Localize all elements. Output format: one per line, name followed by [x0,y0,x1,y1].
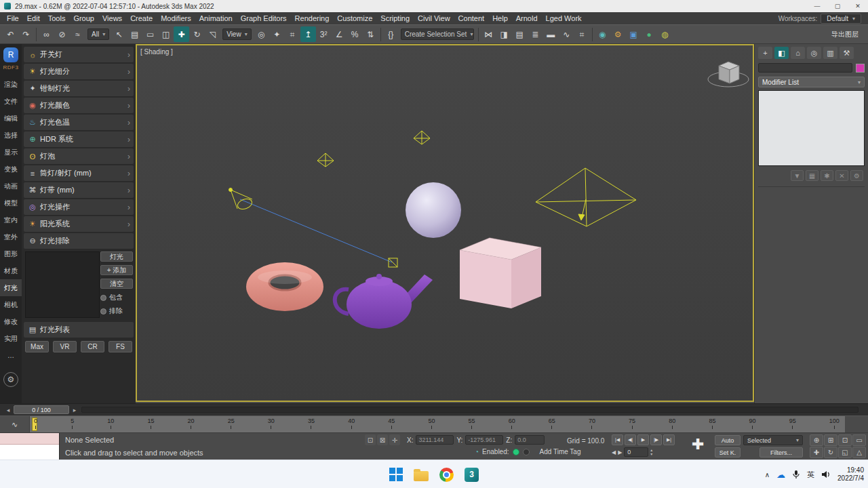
volume-icon[interactable] [821,470,831,479]
sidebar-item-exterior[interactable]: 室外 [0,228,22,245]
align-icon[interactable]: ◨ [496,26,512,42]
curve-editor-icon[interactable]: ∿ [559,26,574,42]
sidebar-item-more[interactable]: … [0,347,22,364]
sidebar-item-model[interactable]: 模型 [0,195,22,211]
menu-item[interactable]: Civil View [414,12,454,24]
sidebar-item-file[interactable]: 文件 [0,93,22,110]
redo-icon[interactable]: ↷ [18,26,34,42]
render-setup-icon[interactable]: ⚙ [610,26,626,42]
sidebar-item-camera[interactable]: 相机 [0,296,22,313]
previous-frame-button[interactable]: ◀| [625,434,636,445]
tab-create[interactable]: + [758,47,772,59]
tab-utilities[interactable]: ⚒ [840,47,854,59]
track-bar[interactable]: ∿ 05101520253035404550556065707580859095… [0,415,868,432]
sidebar-item-render[interactable]: 渲染 [0,76,22,93]
menu-item[interactable]: Views [98,12,126,24]
show-end-result-icon[interactable]: ▦ [806,170,818,181]
tab-modify[interactable]: ◧ [774,47,789,59]
sphere-object[interactable] [406,182,461,238]
maxscript-mini-listener[interactable] [0,433,60,460]
window-crossing-icon[interactable]: ◫ [158,26,174,42]
menu-item[interactable]: Rendering [291,12,334,24]
row-light-subdiv[interactable]: ☀ 灯光细分 › [24,64,134,79]
chrome-icon[interactable] [439,468,454,482]
select-and-scale-icon[interactable]: ◹ [205,26,220,42]
remove-modifier-icon[interactable]: ✕ [835,170,848,181]
render-production-icon[interactable]: ● [642,26,657,42]
exclude-clear-button[interactable]: 清空 [100,279,133,289]
ime-language-indicator[interactable]: 英 [807,470,814,480]
menu-item[interactable]: Customize [333,12,376,24]
pin-stack-icon[interactable]: ▼ [791,170,804,181]
start-button[interactable] [389,468,403,481]
rendered-frame-icon[interactable]: ▣ [626,26,642,42]
menu-item[interactable]: Group [69,12,98,24]
reference-coordinate-dropdown[interactable]: View ▾ [222,28,252,40]
object-color-swatch[interactable] [856,64,865,73]
select-and-link-icon[interactable]: ∞ [39,26,54,42]
use-center-icon[interactable]: ◎ [254,26,269,42]
viewport-canvas[interactable] [137,45,753,401]
teapot-object[interactable] [335,274,433,329]
exclude-listbox[interactable] [25,251,100,318]
previous-frame-arrow[interactable]: ◂ [4,407,12,413]
edit-named-sets-icon[interactable]: {} [383,26,399,42]
add-time-tag[interactable]: Add Time Tag [540,448,581,455]
microphone-icon[interactable] [792,470,800,479]
close-button[interactable]: ✕ [848,0,868,12]
menu-item[interactable]: Edit [23,12,44,24]
exclude-radio[interactable]: 排除 [100,306,133,316]
row-light-color[interactable]: ◉ 灯光颜色 › [24,98,134,113]
listener-pane[interactable] [0,445,59,460]
max-lights-button[interactable]: Max [25,341,49,352]
selection-lock-icon[interactable]: ⊠ [377,434,388,445]
schematic-view-icon[interactable]: ⌗ [574,26,590,42]
previous-key-icon[interactable]: ◀ [612,449,616,455]
minimize-button[interactable]: — [807,0,827,12]
navigation-cross-icon[interactable]: ✚ [692,436,704,453]
box-object[interactable] [460,238,541,308]
perspective-viewport[interactable]: [ Shading ] [136,44,754,402]
sidebar-item-material[interactable]: 材质 [0,262,22,279]
modifier-stack[interactable] [758,90,865,166]
unlink-selection-icon[interactable]: ⊘ [54,26,70,42]
current-frame-field[interactable]: 0 [624,447,648,457]
row-light-temp[interactable]: ♨ 灯光色温 › [24,115,134,130]
select-and-place-icon[interactable]: ↥ [300,26,316,42]
next-frame-button[interactable]: |▶ [650,434,662,445]
row-downlight[interactable]: ≡ 筒灯/射灯 (mm) › [24,165,134,181]
snaps-toggle-icon[interactable]: 3² [316,26,332,42]
select-object-icon[interactable]: ↖ [111,26,127,42]
y-coordinate-field[interactable]: -1275.961 [465,435,503,445]
fstorm-lights-button[interactable]: FS [108,341,132,352]
absolute-mode-icon[interactable]: ✛ [389,434,400,445]
auto-key-button[interactable]: Auto [715,435,741,445]
menu-item[interactable]: Arnold [512,12,542,24]
settings-gear-icon[interactable]: ⚙ [3,372,18,387]
row-sun-system[interactable]: ☀ 阳光系统 › [24,216,134,232]
sidebar-item-display[interactable]: 显示 [0,144,22,161]
zoom-extents-icon[interactable]: ⊡ [838,434,852,446]
isolate-selection-icon[interactable]: ⊡ [365,434,376,445]
row-hdr-system[interactable]: ⊕ HDR 系统 › [24,131,134,147]
zoom-region-icon[interactable]: ▭ [852,434,866,446]
row-light-strip[interactable]: ⌘ 灯带 (mm) › [24,182,134,198]
go-to-start-button[interactable]: |◀ [612,434,623,445]
time-configuration-icon[interactable]: ◔ [475,448,479,455]
z-coordinate-field[interactable]: 0.0 [515,435,545,445]
menu-item[interactable]: Graph Editors [237,12,291,24]
zoom-all-icon[interactable]: ⊞ [824,434,837,446]
row-light-switch[interactable]: ☼ 开关灯 › [24,47,134,62]
torus-object[interactable] [246,262,323,311]
menu-item[interactable]: Tools [44,12,70,24]
menu-item[interactable]: Animation [195,12,237,24]
rectangular-selection-icon[interactable]: ▭ [142,26,158,42]
percent-snap-icon[interactable]: % [347,26,363,42]
ribbon-icon[interactable]: ▬ [543,26,559,42]
menu-item[interactable]: Scripting [376,12,414,24]
layer-explorer-icon[interactable]: ≣ [528,26,543,42]
area-light-gizmo[interactable] [536,168,636,226]
row-light-exclude[interactable]: ⊖ 灯光排除 [24,233,134,249]
row-bulb[interactable]: ʘ 灯泡 › [24,148,134,164]
next-frame-arrow[interactable]: ▸ [71,407,79,413]
